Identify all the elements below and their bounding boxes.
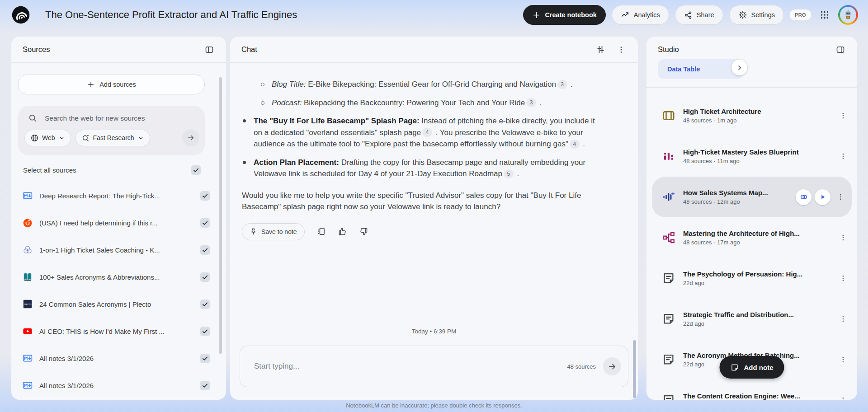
studio-item-meta: 48 sources · 1m ago [683,117,836,124]
source-row[interactable]: AI CEO: THIS is How I'd Make My First ..… [11,318,226,345]
studio-item-menu-icon[interactable] [836,393,850,400]
source-checkbox[interactable] [200,381,210,390]
thumbs-up-icon[interactable] [338,227,347,236]
sources-scrollbar[interactable] [219,77,222,354]
source-row[interactable]: 1-on-1 High Ticket Sales Coaching - K... [11,236,226,263]
globe-icon [30,134,39,142]
research-mode-dropdown[interactable]: Fast Research [75,130,150,146]
chat-settings-icon[interactable] [593,42,608,57]
studio-item-menu-icon[interactable] [836,272,850,285]
create-notebook-button[interactable]: Create notebook [523,5,605,25]
send-message-button[interactable] [603,357,621,375]
source-title: (USA) I need help determining if this r.… [39,219,200,227]
copy-icon[interactable] [316,227,326,236]
interactive-mode-button[interactable] [796,189,811,205]
account-avatar[interactable] [838,5,858,25]
source-checkbox[interactable] [200,245,210,255]
studio-item-meta: 48 sources · 12m ago [683,198,796,205]
google-apps-grid-icon[interactable] [817,7,832,23]
source-row[interactable]: (USA) I need help determining if this r.… [11,209,226,236]
studio-item-row[interactable]: High Ticket Architecture48 sources · 1m … [646,95,857,136]
search-web-input[interactable] [44,114,195,123]
studio-item-title: High-Ticket Mastery Sales Blueprint [683,148,836,156]
markdown-icon [22,380,33,391]
chat-scrollbar[interactable] [633,340,636,398]
source-checkbox[interactable] [200,300,210,309]
add-sources-button[interactable]: Add sources [18,75,205,94]
chat-bullet: Blog Title: E-Bike Bikepacking: Essentia… [242,79,599,90]
chat-timestamp: Today • 6:39 PM [230,328,638,335]
citation-chip[interactable]: 4 [422,128,432,137]
chat-input[interactable] [253,361,567,371]
citation-chip[interactable]: 3 [526,98,536,107]
studio-list: High Ticket Architecture48 sources · 1m … [646,95,857,400]
studio-item-row[interactable]: High-Ticket Mastery Sales Blueprint48 so… [646,136,857,177]
data-table-chip[interactable]: Data Table [658,59,743,79]
audio-overview-icon [662,190,675,204]
studio-item-menu-icon[interactable] [836,312,850,326]
thumbs-down-icon[interactable] [359,227,368,236]
studio-item-menu-icon[interactable] [834,190,847,204]
plus-icon [532,11,541,19]
studio-item-row[interactable]: The Psychology of Persuasion: Hig...22d … [646,258,857,299]
add-note-button[interactable]: Add note [720,356,784,379]
studio-item-title: Mastering the Architecture of High... [683,229,836,237]
studio-item-row[interactable]: Mastering the Architecture of High...48 … [646,217,857,258]
source-row[interactable]: PLECTO24 Common Sales Acronyms | Plecto [11,290,226,318]
studio-item-menu-icon[interactable] [836,109,850,122]
reddit-icon [22,217,33,228]
studio-panel: Studio Data Table High Ticket Architectu… [646,37,857,400]
source-checkbox[interactable] [200,272,210,282]
play-audio-overview-button[interactable] [815,189,830,205]
studio-item-title: The Content Creation Engine: Wee... [683,392,836,400]
share-button[interactable]: Share [675,5,723,25]
source-row[interactable]: 100+ Sales Acronyms & Abbreviations... [11,263,226,290]
plus-icon [87,80,95,89]
save-to-note-button[interactable]: Save to note [242,223,305,240]
collapse-sources-panel-icon[interactable] [202,42,217,57]
studio-item-row[interactable]: Strategic Traffic and Distribution...22d… [646,299,857,339]
notebook-title[interactable]: The One-Sentence Profit Extractor and AI… [45,9,297,21]
citation-chip[interactable]: 3 [557,80,567,89]
source-title: All notes 3/1/2026 [39,355,200,362]
studio-item-title: High Ticket Architecture [683,108,836,115]
chat-text-run: E-Bike Bikepacking: Essential Gear for O… [306,80,556,89]
source-title: 100+ Sales Acronyms & Abbreviations... [39,273,200,281]
source-title: AI CEO: THIS is How I'd Make My First ..… [39,328,200,335]
source-checkbox[interactable] [200,327,210,336]
source-list: Deep Research Report: The High-Tick...(U… [11,182,226,400]
chat-text-run: . [569,80,573,89]
studio-item-menu-icon[interactable] [836,231,850,244]
expand-data-table-button[interactable] [731,60,747,75]
markdown-icon [22,353,33,364]
notebooklm-logo-icon[interactable] [11,5,30,24]
sources-panel-title: Sources [23,45,50,54]
sources-count-label: 48 sources [567,363,596,370]
studio-item-menu-icon[interactable] [836,353,850,366]
collapse-studio-panel-icon[interactable] [833,42,848,57]
infographic-icon [662,150,675,163]
source-row[interactable]: All notes 3/1/2026 [11,345,226,372]
search-submit-button[interactable] [182,129,199,146]
citation-chip[interactable]: 4 [570,140,580,149]
pro-badge: PRO [790,9,811,20]
citation-chip[interactable]: 5 [504,169,514,178]
studio-item-row[interactable]: The Content Creation Engine: Wee...22d a… [646,380,857,400]
source-row[interactable]: Deep Research Report: The High-Tick... [11,182,226,209]
source-checkbox[interactable] [200,191,210,201]
web-source-dropdown[interactable]: Web [24,130,71,146]
studio-item-meta: 22d ago [683,280,836,286]
studio-item-menu-icon[interactable] [836,150,850,163]
chat-closing-question: Would you like me to help you write the … [242,190,599,213]
source-row[interactable]: All notes 3/1/2026 [11,372,226,399]
chat-text-run: Blog Title: [272,80,306,89]
chat-bullet: The "Buy It For Life Basecamp" Splash Pa… [242,115,599,150]
analytics-button[interactable]: Analytics [612,5,669,25]
settings-button[interactable]: Settings [729,5,784,25]
source-checkbox[interactable] [200,218,210,228]
source-checkbox[interactable] [200,354,210,363]
chat-menu-dots-icon[interactable] [613,42,629,57]
chat-text-run: The "Buy It For Life Basecamp" Splash Pa… [254,117,420,125]
select-all-checkbox[interactable] [191,165,201,175]
studio-item-row[interactable]: How Sales Systems Map...48 sources · 12m… [652,177,852,217]
